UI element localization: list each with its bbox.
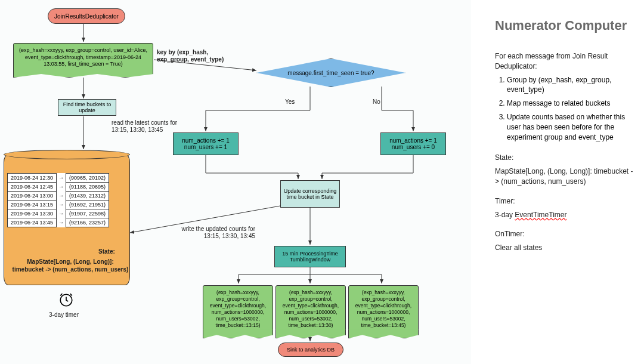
clock-icon <box>58 292 74 308</box>
ontimer-heading: OnTimer: <box>495 229 637 239</box>
arrow-icon: → <box>57 218 66 227</box>
timer-wavy: EventTimeTimer <box>515 211 566 219</box>
timer-description: 3-day EventTimeTimer <box>495 210 637 220</box>
table-cell: 2019-06-24 12:45 <box>8 183 57 192</box>
table-cell: 2019-06-24 13:00 <box>8 192 57 200</box>
timer-heading: Timer: <box>495 196 637 206</box>
table-cell: 2019-06-24 13:45 <box>8 218 57 227</box>
find-buckets-text: Find time buckets to update <box>61 101 113 113</box>
output-msg-1-text: (exp_hash=xxxyyy, exp_group=control, eve… <box>210 289 266 328</box>
arrow-icon: → <box>57 174 66 183</box>
timer-caption: 3-day timer <box>49 311 79 318</box>
tumbling-window-node: 15 min ProcessingTime TumblingWindow <box>274 246 346 267</box>
diagram-canvas: JoinResultsDeduplicator (exp_hash=xxxyyy… <box>0 0 471 364</box>
start-label: JoinResultsDeduplicator <box>54 13 119 20</box>
update-bucket-text: Update corresponding time bucket in Stat… <box>283 188 337 200</box>
table-cell: 2019-06-24 12:30 <box>8 174 57 183</box>
find-buckets-node: Find time buckets to update <box>58 99 116 116</box>
step-item: Group by (exp_hash, exp_group, event_typ… <box>507 75 637 95</box>
arrow-icon: → <box>57 192 66 200</box>
output-msg-3-text: (exp_hash=xxxyyy, exp_group=control, eve… <box>355 289 411 328</box>
table-cell: (90965, 20102) <box>66 174 109 183</box>
state-heading: State: <box>495 153 637 163</box>
table-row: 2019-06-24 13:30→(91907, 22598) <box>8 209 109 218</box>
output-msg-2-text: (exp_hash=xxxyyy, exp_group=control, eve… <box>283 289 339 328</box>
inc-yes-text: num_actions += 1 num_users += 1 <box>182 137 230 150</box>
tumbling-text: 15 min ProcessingTime TumblingWindow <box>277 251 343 263</box>
page-title: Numerator Computer <box>495 18 637 33</box>
no-label: No <box>373 98 380 105</box>
sink-node: Sink to analytics DB <box>278 343 343 357</box>
decision-text: message.first_time_seen = true? <box>287 70 374 76</box>
write-counts-label: write the updated counts for 13:15, 13:3… <box>178 226 255 240</box>
table-cell: (91692, 21951) <box>66 200 109 209</box>
table-row: 2019-06-24 12:45→(91188, 20695) <box>8 183 109 192</box>
key-by-label: key by (exp_hash, exp_group, event_type) <box>157 49 228 63</box>
update-bucket-node: Update corresponding time bucket in Stat… <box>280 180 340 208</box>
table-cell: (91439, 21312) <box>66 192 109 200</box>
table-cell: 2019-06-24 13:15 <box>8 200 57 209</box>
table-row: 2019-06-24 13:00→(91439, 21312) <box>8 192 109 200</box>
output-msg-2: (exp_hash=xxxyyy, exp_group=control, eve… <box>275 285 346 333</box>
start-node: JoinResultsDeduplicator <box>48 8 125 24</box>
arrow-icon: → <box>57 183 66 192</box>
step-item: Map message to related buckets <box>507 98 637 109</box>
description-panel: Numerator Computer For each message from… <box>471 0 644 364</box>
input-message-doc: (exp_hash=xxxyyy, exp_group=control, use… <box>13 43 153 72</box>
table-row: 2019-06-24 13:45→(92166, 23257) <box>8 218 109 227</box>
cyl-state-desc: MapState[Long, (Long, Long)]: timebucket… <box>11 258 130 273</box>
inc-no-text: num_actions += 1 num_users += 0 <box>389 137 437 150</box>
input-message-text: (exp_hash=xxxyyy, exp_group=control, use… <box>19 47 147 67</box>
read-counts-label: read the latest counts for 13:15, 13:30,… <box>112 119 180 134</box>
sink-text: Sink to analytics DB <box>287 347 335 353</box>
timer-prefix: 3-day <box>495 211 515 219</box>
table-cell: (91188, 20695) <box>66 183 109 192</box>
table-cell: (91907, 22598) <box>66 209 109 218</box>
table-cell: 2019-06-24 13:30 <box>8 209 57 218</box>
steps-list: Group by (exp_hash, exp_group, event_typ… <box>495 75 637 143</box>
table-row: 2019-06-24 13:15→(91692, 21951) <box>8 200 109 209</box>
ontimer-description: Clear all states <box>495 243 637 253</box>
output-msg-3: (exp_hash=xxxyyy, exp_group=control, eve… <box>348 285 419 333</box>
arrow-icon: → <box>57 200 66 209</box>
state-table: 2019-06-24 12:30→(90965, 20102)2019-06-2… <box>7 173 109 227</box>
increment-no-node: num_actions += 1 num_users += 0 <box>380 132 446 155</box>
yes-label: Yes <box>285 98 295 105</box>
cyl-state-heading: State: <box>98 248 115 255</box>
table-cell: (92166, 23257) <box>66 218 109 227</box>
increment-yes-node: num_actions += 1 num_users += 1 <box>173 132 239 155</box>
cylinder-top-ellipse <box>4 150 130 159</box>
step-item: Update counts based on whether this user… <box>507 112 637 142</box>
state-description: MapState[Long, (Long, Long)]: timebucket… <box>495 166 637 187</box>
arrow-icon: → <box>57 209 66 218</box>
intro-text: For each message from Join Result Dedupl… <box>495 51 637 72</box>
table-row: 2019-06-24 12:30→(90965, 20102) <box>8 174 109 183</box>
output-msg-1: (exp_hash=xxxyyy, exp_group=control, eve… <box>203 285 273 333</box>
